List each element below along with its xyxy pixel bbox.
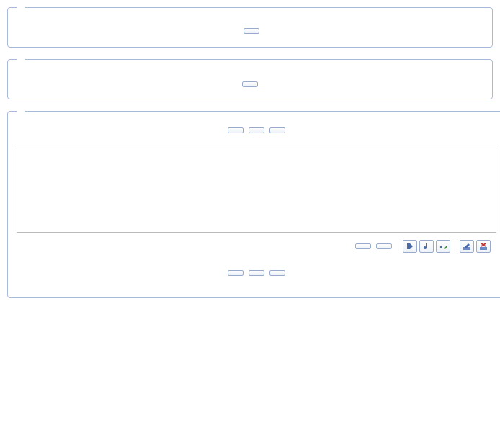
tab-tool-notecheck-icon[interactable]	[436, 240, 450, 253]
paste-tabgrid-top-button[interactable]	[269, 127, 285, 133]
key-info-fieldset	[7, 7, 493, 48]
tab-delete-icon[interactable]	[476, 240, 491, 253]
insert-snippet-bottom-button[interactable]	[249, 270, 264, 276]
tab-edit-icon[interactable]	[460, 240, 474, 253]
chords-fieldset	[7, 59, 493, 99]
add-chord-box-button[interactable]	[242, 81, 258, 87]
paste-tabgrid-bottom-button[interactable]	[269, 270, 285, 276]
cut-button[interactable]	[376, 243, 392, 249]
tab-tool-note-icon[interactable]	[419, 240, 434, 253]
add-tabgrid-top-button[interactable]	[228, 127, 244, 133]
add-tabgrid-bottom-button[interactable]	[228, 270, 244, 276]
validation-toggle-button[interactable]	[244, 28, 259, 34]
tab-tool-arrow-icon[interactable]	[403, 240, 417, 253]
tabgrids-fieldset	[7, 111, 500, 298]
svg-rect-1	[480, 247, 487, 250]
insert-snippet-top-button[interactable]	[249, 127, 264, 133]
tab-canvas[interactable]	[17, 145, 496, 233]
copy-button[interactable]	[355, 243, 371, 249]
